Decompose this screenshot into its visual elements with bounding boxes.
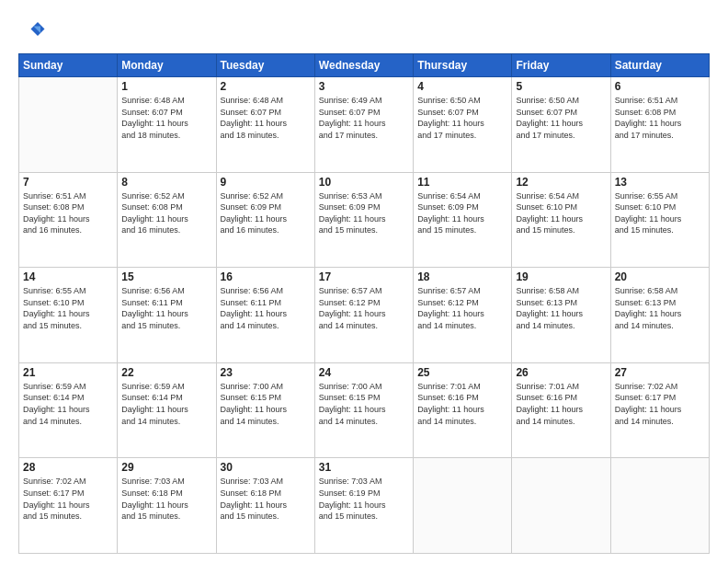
day-info: Sunrise: 6:56 AM Sunset: 6:11 PM Dayligh… <box>121 285 211 331</box>
day-number: 21 <box>23 366 113 379</box>
day-cell: 5Sunrise: 6:50 AM Sunset: 6:07 PM Daylig… <box>512 77 610 173</box>
day-number: 3 <box>319 80 409 93</box>
day-info: Sunrise: 6:48 AM Sunset: 6:07 PM Dayligh… <box>221 95 311 141</box>
day-info: Sunrise: 7:01 AM Sunset: 6:16 PM Dayligh… <box>516 381 606 427</box>
calendar-page: SundayMondayTuesdayWednesdayThursdayFrid… <box>0 0 728 563</box>
day-number: 16 <box>221 270 311 283</box>
day-number: 30 <box>221 461 311 474</box>
day-number: 25 <box>417 366 507 379</box>
day-number: 14 <box>23 270 113 283</box>
day-number: 28 <box>23 461 113 474</box>
day-info: Sunrise: 7:03 AM Sunset: 6:18 PM Dayligh… <box>221 476 311 522</box>
day-info: Sunrise: 6:59 AM Sunset: 6:14 PM Dayligh… <box>121 381 211 427</box>
day-number: 11 <box>417 176 507 189</box>
day-cell: 3Sunrise: 6:49 AM Sunset: 6:07 PM Daylig… <box>314 77 413 173</box>
day-cell: 17Sunrise: 6:57 AM Sunset: 6:12 PM Dayli… <box>314 268 413 363</box>
day-info: Sunrise: 6:54 AM Sunset: 6:10 PM Dayligh… <box>516 190 606 236</box>
day-info: Sunrise: 6:55 AM Sunset: 6:10 PM Dayligh… <box>23 285 113 331</box>
day-cell: 11Sunrise: 6:54 AM Sunset: 6:09 PM Dayli… <box>414 172 512 268</box>
day-cell: 2Sunrise: 6:48 AM Sunset: 6:07 PM Daylig… <box>216 77 314 173</box>
day-info: Sunrise: 6:52 AM Sunset: 6:08 PM Dayligh… <box>121 190 211 236</box>
day-cell: 4Sunrise: 6:50 AM Sunset: 6:07 PM Daylig… <box>414 77 512 173</box>
day-info: Sunrise: 6:53 AM Sunset: 6:09 PM Dayligh… <box>319 190 409 236</box>
header <box>18 17 710 44</box>
day-number: 29 <box>121 461 211 474</box>
day-number: 10 <box>319 176 409 189</box>
day-cell <box>610 458 709 554</box>
day-cell: 9Sunrise: 6:52 AM Sunset: 6:09 PM Daylig… <box>216 172 314 268</box>
weekday-header-row: SundayMondayTuesdayWednesdayThursdayFrid… <box>19 54 710 77</box>
day-info: Sunrise: 6:48 AM Sunset: 6:07 PM Dayligh… <box>121 95 211 141</box>
weekday-header-saturday: Saturday <box>610 54 709 77</box>
day-cell: 21Sunrise: 6:59 AM Sunset: 6:14 PM Dayli… <box>19 362 118 458</box>
day-number: 19 <box>516 270 606 283</box>
day-cell: 31Sunrise: 7:03 AM Sunset: 6:19 PM Dayli… <box>314 458 413 554</box>
weekday-header-sunday: Sunday <box>19 54 118 77</box>
day-number: 22 <box>121 366 211 379</box>
day-number: 13 <box>615 176 705 189</box>
day-cell: 7Sunrise: 6:51 AM Sunset: 6:08 PM Daylig… <box>19 172 118 268</box>
day-info: Sunrise: 6:59 AM Sunset: 6:14 PM Dayligh… <box>23 381 113 427</box>
day-cell <box>512 458 610 554</box>
weekday-header-friday: Friday <box>512 54 610 77</box>
day-number: 17 <box>319 270 409 283</box>
day-info: Sunrise: 6:51 AM Sunset: 6:08 PM Dayligh… <box>23 190 113 236</box>
day-info: Sunrise: 6:57 AM Sunset: 6:12 PM Dayligh… <box>417 285 507 331</box>
day-cell: 6Sunrise: 6:51 AM Sunset: 6:08 PM Daylig… <box>610 77 709 173</box>
day-number: 24 <box>319 366 409 379</box>
day-info: Sunrise: 6:50 AM Sunset: 6:07 PM Dayligh… <box>516 95 606 141</box>
day-number: 27 <box>615 366 705 379</box>
week-row-3: 21Sunrise: 6:59 AM Sunset: 6:14 PM Dayli… <box>19 362 710 458</box>
day-cell: 24Sunrise: 7:00 AM Sunset: 6:15 PM Dayli… <box>314 362 413 458</box>
day-number: 4 <box>417 80 507 93</box>
day-info: Sunrise: 7:02 AM Sunset: 6:17 PM Dayligh… <box>615 381 705 427</box>
day-number: 2 <box>221 80 311 93</box>
day-cell <box>19 77 118 173</box>
weekday-header-thursday: Thursday <box>414 54 512 77</box>
day-cell: 30Sunrise: 7:03 AM Sunset: 6:18 PM Dayli… <box>216 458 314 554</box>
week-row-1: 7Sunrise: 6:51 AM Sunset: 6:08 PM Daylig… <box>19 172 710 268</box>
day-cell: 20Sunrise: 6:58 AM Sunset: 6:13 PM Dayli… <box>610 268 709 363</box>
day-info: Sunrise: 7:00 AM Sunset: 6:15 PM Dayligh… <box>221 381 311 427</box>
day-cell: 12Sunrise: 6:54 AM Sunset: 6:10 PM Dayli… <box>512 172 610 268</box>
day-info: Sunrise: 6:49 AM Sunset: 6:07 PM Dayligh… <box>319 95 409 141</box>
day-cell: 8Sunrise: 6:52 AM Sunset: 6:08 PM Daylig… <box>118 172 216 268</box>
day-info: Sunrise: 7:01 AM Sunset: 6:16 PM Dayligh… <box>417 381 507 427</box>
day-info: Sunrise: 7:02 AM Sunset: 6:17 PM Dayligh… <box>23 476 113 522</box>
day-info: Sunrise: 6:52 AM Sunset: 6:09 PM Dayligh… <box>221 190 311 236</box>
day-cell: 1Sunrise: 6:48 AM Sunset: 6:07 PM Daylig… <box>118 77 216 173</box>
day-cell: 14Sunrise: 6:55 AM Sunset: 6:10 PM Dayli… <box>19 268 118 363</box>
calendar-table: SundayMondayTuesdayWednesdayThursdayFrid… <box>18 53 710 554</box>
day-info: Sunrise: 6:58 AM Sunset: 6:13 PM Dayligh… <box>516 285 606 331</box>
week-row-2: 14Sunrise: 6:55 AM Sunset: 6:10 PM Dayli… <box>19 268 710 363</box>
day-info: Sunrise: 6:51 AM Sunset: 6:08 PM Dayligh… <box>615 95 705 141</box>
day-cell: 22Sunrise: 6:59 AM Sunset: 6:14 PM Dayli… <box>118 362 216 458</box>
day-number: 23 <box>221 366 311 379</box>
day-cell: 29Sunrise: 7:03 AM Sunset: 6:18 PM Dayli… <box>118 458 216 554</box>
day-number: 31 <box>319 461 409 474</box>
day-cell: 16Sunrise: 6:56 AM Sunset: 6:11 PM Dayli… <box>216 268 314 363</box>
day-info: Sunrise: 6:50 AM Sunset: 6:07 PM Dayligh… <box>417 95 507 141</box>
day-cell: 25Sunrise: 7:01 AM Sunset: 6:16 PM Dayli… <box>414 362 512 458</box>
day-number: 26 <box>516 366 606 379</box>
day-cell: 18Sunrise: 6:57 AM Sunset: 6:12 PM Dayli… <box>414 268 512 363</box>
week-row-4: 28Sunrise: 7:02 AM Sunset: 6:17 PM Dayli… <box>19 458 710 554</box>
day-info: Sunrise: 7:03 AM Sunset: 6:18 PM Dayligh… <box>121 476 211 522</box>
day-info: Sunrise: 6:56 AM Sunset: 6:11 PM Dayligh… <box>221 285 311 331</box>
day-cell: 13Sunrise: 6:55 AM Sunset: 6:10 PM Dayli… <box>610 172 709 268</box>
day-number: 8 <box>121 176 211 189</box>
day-cell: 28Sunrise: 7:02 AM Sunset: 6:17 PM Dayli… <box>19 458 118 554</box>
day-info: Sunrise: 6:55 AM Sunset: 6:10 PM Dayligh… <box>615 190 705 236</box>
day-cell: 10Sunrise: 6:53 AM Sunset: 6:09 PM Dayli… <box>314 172 413 268</box>
day-info: Sunrise: 6:54 AM Sunset: 6:09 PM Dayligh… <box>417 190 507 236</box>
day-info: Sunrise: 6:58 AM Sunset: 6:13 PM Dayligh… <box>615 285 705 331</box>
day-number: 12 <box>516 176 606 189</box>
day-number: 20 <box>615 270 705 283</box>
weekday-header-wednesday: Wednesday <box>314 54 413 77</box>
weekday-header-monday: Monday <box>118 54 216 77</box>
day-number: 7 <box>23 176 113 189</box>
day-cell: 19Sunrise: 6:58 AM Sunset: 6:13 PM Dayli… <box>512 268 610 363</box>
day-cell: 27Sunrise: 7:02 AM Sunset: 6:17 PM Dayli… <box>610 362 709 458</box>
day-cell: 15Sunrise: 6:56 AM Sunset: 6:11 PM Dayli… <box>118 268 216 363</box>
weekday-header-tuesday: Tuesday <box>216 54 314 77</box>
